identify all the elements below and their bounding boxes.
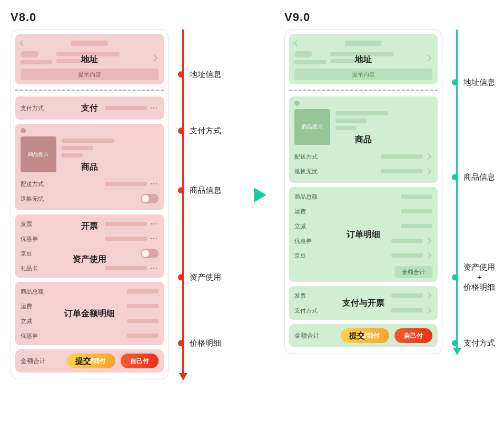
skeleton-line — [335, 126, 357, 130]
amount-summary-label: 金额合计 — [294, 331, 320, 340]
v9-product-card: 商品图片 配送方式 退换无忧 — [289, 96, 438, 183]
pay-for-me-label: 帮我付 — [87, 357, 106, 366]
skeleton-line — [381, 154, 423, 159]
v8-timeline: 地址信息支付方式商品信息资产使用价格明细 — [178, 30, 236, 379]
skeleton-line — [62, 146, 93, 150]
timeline-dot-icon — [178, 187, 184, 193]
dot-icon — [21, 128, 26, 133]
delivery-method-label: 配送方式 — [294, 153, 318, 161]
v9-order-detail-card: 商品总额 运费 立减 优惠券 京豆 金额合计 订单明细 — [289, 187, 438, 282]
skeleton-line — [345, 41, 382, 46]
skeleton-line — [127, 319, 159, 323]
chevron-right-icon — [425, 168, 431, 174]
skeleton-line — [56, 52, 120, 56]
pay-self-button[interactable]: 自己付 — [121, 354, 159, 368]
more-icon: ⋯ — [150, 104, 159, 112]
skeleton-line — [401, 194, 432, 199]
v8-phone-frame: 地址 提示内容 支付方式 ⋯ 支付 — [11, 30, 169, 379]
skeleton-line — [294, 60, 326, 64]
timeline-item: 支付方式 — [452, 338, 495, 348]
v9-address-card: 地址 提示内容 — [289, 34, 438, 84]
timeline-label: 价格明细 — [190, 338, 221, 348]
v8-address-card: 地址 提示内容 — [15, 34, 164, 84]
giftcard-label: 礼品卡 — [21, 265, 38, 272]
payment-method-label: 支付方式 — [294, 307, 318, 315]
skeleton-line — [391, 239, 423, 243]
chevron-right-icon — [151, 55, 157, 61]
shipping-label: 运费 — [21, 302, 32, 310]
toggle-icon — [141, 249, 159, 258]
v8-column: V8.0 — [11, 11, 236, 379]
transition-arrow-icon — [253, 187, 268, 203]
order-total-label: 商品总额 — [21, 288, 44, 296]
skeleton-line — [330, 59, 372, 63]
timeline-label: 地址信息 — [463, 77, 495, 87]
dashed-separator — [289, 90, 438, 91]
chevron-right-icon — [425, 153, 431, 159]
chevron-right-icon — [425, 55, 431, 61]
timeline-label: 支付方式 — [463, 338, 495, 348]
submit-group: 帮我付 提交 — [341, 328, 389, 343]
skeleton-line — [127, 334, 159, 338]
skeleton-line — [127, 289, 159, 293]
skeleton-line — [401, 224, 432, 228]
more-icon: ⋯ — [150, 220, 159, 228]
skeleton-line — [330, 52, 393, 56]
pay-for-me-button[interactable]: 帮我付 — [67, 354, 115, 368]
back-icon — [293, 40, 299, 46]
timeline-label: 地址信息 — [190, 69, 221, 80]
return-noworry-label: 退换无忧 — [21, 195, 44, 203]
coupon-label: 优惠券 — [294, 237, 312, 245]
skeleton-line — [105, 182, 147, 186]
more-icon: ⋯ — [150, 180, 159, 188]
skeleton-line — [401, 209, 432, 213]
skeleton-line — [105, 222, 147, 226]
chevron-right-icon — [425, 307, 431, 313]
pay-for-me-button[interactable]: 帮我付 — [341, 328, 389, 343]
v8-order-amount-card: 商品总额 运费 立减 优惠券 订单金额明细 — [15, 282, 164, 345]
invoice-label: 发票 — [21, 220, 32, 228]
pay-self-button[interactable]: 自己付 — [394, 328, 432, 343]
v8-bottom-bar: 金额合计 帮我付 提交 自己付 — [15, 349, 164, 373]
skeleton-line — [71, 41, 108, 46]
chevron-right-icon — [425, 292, 431, 298]
timeline-arrowhead-icon — [179, 373, 187, 380]
timeline-item: 商品信息 — [178, 185, 221, 195]
pay-self-label: 自己付 — [130, 357, 149, 366]
timeline-item: 资产使用 — [178, 272, 221, 282]
skeleton-chip — [21, 51, 38, 57]
v9-title: V9.0 — [284, 11, 504, 24]
timeline-item: 支付方式 — [178, 125, 221, 136]
v9-pay-invoice-card: 发票 支付方式 支付与开票 — [289, 286, 438, 320]
amount-pill: 金额合计 — [394, 266, 432, 278]
timeline-item: 资产使用+价格明细 — [452, 262, 495, 292]
payment-method-label: 支付方式 — [21, 104, 44, 112]
timeline-dot-icon — [452, 174, 458, 180]
shipping-label: 运费 — [294, 208, 306, 216]
coupon-label: 优惠券 — [21, 332, 38, 340]
skeleton-line — [105, 106, 147, 110]
timeline-dot-icon — [178, 128, 184, 134]
order-total-label: 商品总额 — [294, 193, 318, 201]
v9-timeline: 地址信息商品信息资产使用+价格明细支付方式 — [452, 30, 504, 354]
svg-marker-0 — [254, 188, 266, 202]
coupon-label: 优惠券 — [21, 235, 38, 243]
jingdou-label: 京豆 — [21, 250, 32, 258]
timeline-dot-icon — [452, 274, 458, 280]
skeleton-line — [391, 293, 423, 298]
comparison-diagram: V8.0 — [11, 11, 504, 379]
skeleton-line — [391, 308, 423, 312]
product-image-placeholder: 商品图片 — [294, 109, 330, 145]
v8-title: V8.0 — [11, 11, 236, 24]
chevron-right-icon — [425, 252, 431, 258]
skeleton-line — [391, 253, 423, 258]
timeline-item: 地址信息 — [178, 69, 221, 80]
notice-strip: 提示内容 — [294, 68, 432, 80]
v8-payment-card: 支付方式 ⋯ 支付 — [15, 96, 164, 120]
timeline-item: 商品信息 — [452, 172, 495, 182]
timeline-label: 支付方式 — [190, 125, 221, 136]
timeline-dot-icon — [452, 79, 458, 85]
skeleton-chip — [294, 51, 312, 57]
skeleton-line — [335, 119, 367, 123]
invoice-title: 开票 — [81, 221, 98, 232]
